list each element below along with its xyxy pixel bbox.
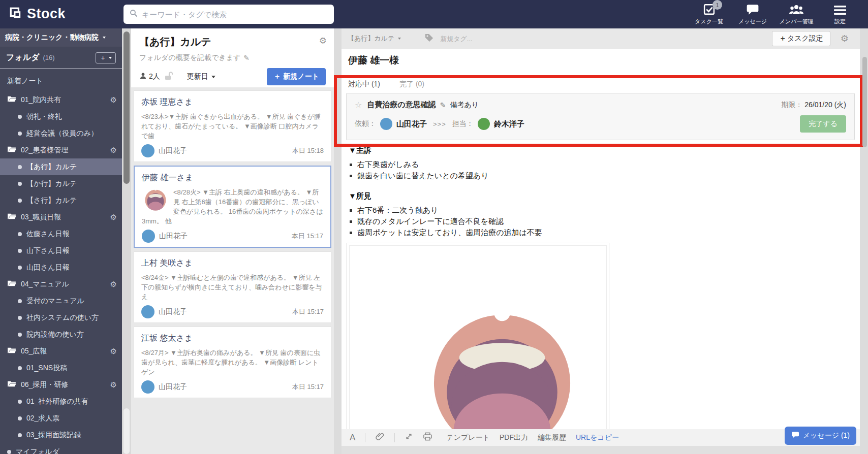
sidebar-note[interactable]: 01_社外研修の共有 <box>0 393 122 410</box>
workspace-selector[interactable]: 病院・クリニック・動物病院 <box>0 28 122 47</box>
sidebar-item-new-notes[interactable]: 新着ノート <box>0 73 122 89</box>
print-icon[interactable] <box>423 432 432 443</box>
app-logo[interactable]: Stock <box>9 6 66 22</box>
search-input[interactable] <box>142 10 328 19</box>
sidebar-note[interactable]: 院内設備の使い方 <box>0 326 122 343</box>
sidebar-note[interactable]: 山下さん日報 <box>0 242 122 259</box>
note-card-selected[interactable]: 伊藤 雄一さま <8/28火> ▼主訴 右上奥歯の違和感がある。 ▼所見 右上第… <box>134 166 331 248</box>
sort-label: 更新日 <box>187 72 208 81</box>
sidebar-note[interactable]: 受付のマニュアル <box>0 293 122 309</box>
embedded-image-frame[interactable] <box>347 243 609 446</box>
gear-icon[interactable]: ⚙ <box>110 347 117 355</box>
note-card[interactable]: 上村 美咲さま <8/24金> ▼主訴噛むと左側の歯で違和感がある。 ▼所見 左… <box>134 251 331 323</box>
nav-task-label: タスク一覧 <box>695 18 723 25</box>
task-setting-button[interactable]: ＋ タスク設定 <box>772 31 830 46</box>
note-body[interactable]: ▼主訴 右下奥歯がしみる 銀歯を白い歯に替えたいとの希望あり ▼所見 右下6番：… <box>349 146 852 248</box>
gear-icon[interactable]: ⚙ <box>110 146 117 154</box>
note-bullet-icon <box>18 433 22 437</box>
note-label: 03_採用面談記録 <box>26 431 81 440</box>
add-folder-button[interactable]: ＋ <box>96 52 116 63</box>
gear-icon[interactable]: ⚙ <box>110 381 117 388</box>
expand-icon[interactable] <box>405 432 413 443</box>
unlock-icon[interactable] <box>164 71 173 82</box>
scrollbar-thumb[interactable] <box>862 57 867 147</box>
note-card[interactable]: 赤坂 理恵さま <8/23木>▼主訴 歯ぐきから出血がある。 ▼所見 歯ぐきが腫… <box>134 90 331 162</box>
sidebar-folder[interactable]: 05_広報 ⚙ <box>0 343 122 360</box>
sort-dropdown[interactable]: 更新日 <box>187 72 215 81</box>
complete-task-button[interactable]: 完了する <box>800 115 846 133</box>
paperclip-icon[interactable] <box>375 432 385 443</box>
gear-icon[interactable]: ⚙ <box>110 213 117 221</box>
sidebar-note[interactable]: 【さ行】カルテ <box>0 192 122 209</box>
nav-messages[interactable]: メッセージ <box>731 3 774 25</box>
toolbar-divider <box>394 433 395 442</box>
pencil-icon[interactable]: ✎ <box>440 101 446 109</box>
new-tag-input[interactable] <box>440 35 552 43</box>
scrollbar-thumb[interactable] <box>123 31 130 184</box>
note-list-header: 【あ行】カルテ ⚙ フォルダの概要を記載できます ✎ 2人 更新日 <box>131 28 334 87</box>
search-bar[interactable] <box>123 5 334 24</box>
sidebar-folder[interactable]: 01_院内共有 ⚙ <box>0 91 122 108</box>
note-card[interactable]: 江坂 悠太さま <8/27月> ▼主訴右奥歯の痛みがある。 ▼所見 歯の表面に虫… <box>134 327 331 398</box>
sidebar-note[interactable]: 佐藤さん日報 <box>0 225 122 242</box>
nav-task-list[interactable]: 1 タスク一覧 <box>687 3 731 25</box>
note-detail-panel: 【あ行】カルテ ＋ タスク設定 ⚙ 伊藤 雄一様 対応中 (1) 完了 (0) … <box>342 28 860 454</box>
template-button[interactable]: テンプレート <box>446 433 490 442</box>
folder-open-icon <box>7 95 16 104</box>
gear-icon[interactable]: ⚙ <box>319 36 327 46</box>
panel-bottom-strip <box>342 446 860 454</box>
message-button[interactable]: メッセージ (1) <box>785 427 856 445</box>
patient-name: 江坂 悠太さま <box>141 333 324 344</box>
pdf-export-button[interactable]: PDF出力 <box>500 433 528 442</box>
chevron-down-icon <box>109 57 112 59</box>
new-note-button[interactable]: ＋ 新規ノート <box>267 68 326 85</box>
note-toolbar: A テンプレート PDF出力 編集履歴 URLをコピー <box>342 429 860 446</box>
folder-open-icon <box>7 280 16 288</box>
note-bullet-icon <box>18 165 22 169</box>
note-author: 山田花子 <box>159 382 187 392</box>
tab-in-progress[interactable]: 対応中 (1) <box>348 80 380 89</box>
sidebar-note-selected[interactable]: 【あ行】カルテ <box>0 158 122 175</box>
text-format-icon[interactable]: A <box>350 433 355 443</box>
sidebar-folder[interactable]: 03_職員日報 ⚙ <box>0 209 122 225</box>
star-icon[interactable]: ☆ <box>355 100 362 110</box>
note-bullet-icon <box>18 232 22 236</box>
sidebar-note[interactable]: 03_採用面談記録 <box>0 427 122 443</box>
sidebar-folder[interactable]: 02_患者様管理 ⚙ <box>0 142 122 158</box>
nav-members[interactable]: メンバー管理 <box>774 3 818 25</box>
folder-description-text: フォルダの概要を記載できます <box>139 53 240 62</box>
gear-icon[interactable]: ⚙ <box>110 96 117 104</box>
folder-description[interactable]: フォルダの概要を記載できます ✎ <box>139 53 326 62</box>
section-item: 右下6番：二次う蝕あり <box>349 205 852 216</box>
tab-completed[interactable]: 完了 (0) <box>399 80 424 89</box>
note-author: 山田花子 <box>159 146 187 155</box>
sidebar-note[interactable]: 社内システムの使い方 <box>0 309 122 326</box>
sidebar-note[interactable]: 山田さん日報 <box>0 259 122 276</box>
gear-icon[interactable]: ⚙ <box>110 280 117 288</box>
top-nav: 1 タスク一覧 メッセージ メンバー管理 設定 <box>687 3 862 25</box>
sidebar-item-my-folder[interactable]: マイフォルダ <box>0 443 122 454</box>
mouth-illustration <box>426 307 578 445</box>
sidebar-note[interactable]: 02_求人票 <box>0 410 122 427</box>
note-label: 受付のマニュアル <box>26 297 84 306</box>
copy-url-button[interactable]: URLをコピー <box>576 433 619 442</box>
sidebar-note[interactable]: 経営会議（役員のみ） <box>0 125 122 142</box>
nav-settings[interactable]: 設定 <box>818 3 862 25</box>
sidebar-folder[interactable]: 04_マニュアル ⚙ <box>0 276 122 293</box>
edit-history-button[interactable]: 編集履歴 <box>538 433 566 442</box>
note-bullet-icon <box>18 416 22 420</box>
sidebar-note[interactable]: 【か行】カルテ <box>0 175 122 192</box>
scrollbar-thumb[interactable] <box>123 408 130 454</box>
sidebar-scrollbar-track[interactable] <box>122 28 131 454</box>
note-label: 【あ行】カルテ <box>26 163 77 172</box>
sidebar-note[interactable]: 朝礼・終礼 <box>0 108 122 125</box>
members-count[interactable]: 2人 <box>139 72 160 81</box>
new-notes-label: 新着ノート <box>7 77 43 86</box>
note-label: 01_社外研修の共有 <box>26 397 88 406</box>
note-section: ▼所見 右下6番：二次う蝕あり 既存のメタルインレー下に適合不良を確認 歯周ポケ… <box>349 191 852 238</box>
gear-icon[interactable]: ⚙ <box>841 33 849 44</box>
sidebar-folder[interactable]: 06_採用・研修 ⚙ <box>0 376 122 393</box>
folder-breadcrumb-dropdown[interactable]: 【あ行】カルテ <box>348 34 401 43</box>
sidebar-note[interactable]: 01_SNS投稿 <box>0 360 122 376</box>
task-title: 自費治療の意思確認 <box>367 100 436 110</box>
